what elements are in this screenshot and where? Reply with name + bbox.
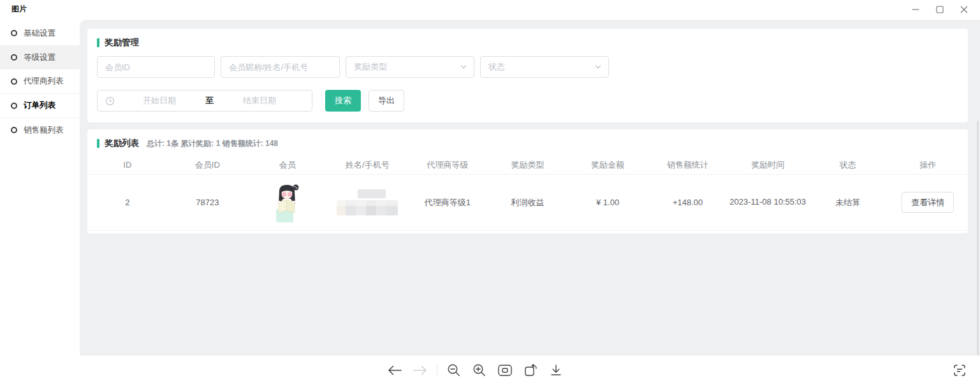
cell-member-id: 78723: [168, 198, 248, 207]
table-row: 2 78723: [87, 175, 968, 231]
cell-sales-total: +148.00: [648, 198, 728, 207]
scan-text-icon: [952, 363, 967, 378]
member-info-input[interactable]: [221, 56, 340, 78]
date-range-picker[interactable]: 开始日期 至 结束日期: [97, 90, 312, 112]
filter-row-2: 开始日期 至 结束日期 搜索 导出: [97, 90, 968, 112]
zoom-out-icon: [447, 363, 461, 377]
forward-icon: [413, 365, 428, 376]
photo-toolbar-group: [386, 356, 565, 385]
date-start-placeholder: 开始日期: [115, 95, 204, 106]
zoom-in-icon: [472, 363, 486, 377]
accent-bar: [97, 38, 99, 47]
section-header: 奖励管理: [87, 29, 968, 48]
back-icon: [387, 365, 402, 376]
close-button[interactable]: [952, 0, 976, 19]
select-placeholder: 奖励类型: [354, 61, 387, 73]
circle-icon: [11, 78, 17, 85]
view-detail-button[interactable]: 查看详情: [902, 192, 954, 213]
scan-text-button[interactable]: [951, 361, 969, 379]
rotate-button[interactable]: [522, 361, 539, 379]
select-placeholder: 状态: [488, 61, 505, 73]
section-title: 奖励列表: [105, 138, 139, 149]
sidebar-item-basic-settings[interactable]: 基础设置: [0, 21, 80, 45]
image-viewer-content: 奖励管理 奖励类型 状态 开始日期 至 结束日期: [80, 20, 980, 356]
column-header-sales-total: 销售额统计: [648, 159, 728, 171]
fit-to-window-icon: [497, 364, 513, 377]
window-controls: [903, 0, 976, 19]
sidebar: 基础设置 等级设置 代理商列表 订单列表 销售额列表: [0, 20, 80, 356]
circle-icon: [11, 103, 17, 109]
column-header-reward-time: 奖励时间: [728, 159, 808, 171]
minimize-button[interactable]: [903, 0, 928, 19]
blurred-name-block: [358, 189, 386, 198]
photo-toolbar: [0, 356, 980, 385]
close-icon: [960, 6, 968, 13]
sidebar-item-agent-list[interactable]: 代理商列表: [0, 69, 80, 94]
cell-status: 未结算: [808, 197, 888, 208]
column-header-reward-type: 奖励类型: [488, 159, 568, 171]
clock-icon: [105, 96, 115, 106]
table-header-row: ID 会员ID 会员 姓名/手机号 代理商等级 奖励类型 奖励金额 销售额统计 …: [87, 156, 968, 175]
sidebar-item-sales-list[interactable]: 销售额列表: [0, 118, 80, 142]
circle-icon: [11, 127, 17, 133]
export-button[interactable]: 导出: [369, 90, 404, 112]
reward-type-select[interactable]: 奖励类型: [346, 56, 474, 78]
cell-reward-time: 2023-11-08 10:55:03: [728, 196, 808, 208]
back-button[interactable]: [386, 361, 404, 379]
cell-id: 2: [87, 198, 168, 207]
chevron-down-icon: [460, 63, 467, 71]
date-end-placeholder: 结束日期: [215, 95, 304, 106]
fit-to-window-button[interactable]: [496, 361, 514, 379]
column-header-id: ID: [87, 160, 168, 170]
save-button[interactable]: [547, 361, 565, 379]
cell-member-avatar: [247, 182, 328, 223]
scrollbar[interactable]: [977, 121, 979, 355]
circle-icon: [11, 30, 17, 36]
column-header-member-id: 会员ID: [168, 159, 248, 171]
forward-button[interactable]: [411, 361, 429, 379]
column-header-action: 操作: [888, 159, 968, 171]
toolbar-divider: [437, 363, 437, 377]
blurred-phone-block: [337, 200, 398, 215]
cell-agent-level: 代理商等级1: [407, 197, 488, 208]
column-header-reward-amount: 奖励金额: [567, 159, 648, 171]
filter-row-1: 奖励类型 状态: [97, 56, 968, 78]
circle-icon: [11, 54, 17, 61]
sidebar-item-label: 代理商列表: [24, 76, 64, 87]
sidebar-item-label: 基础设置: [24, 28, 55, 39]
maximize-button[interactable]: [928, 0, 952, 19]
sidebar-item-label: 等级设置: [24, 52, 55, 63]
chevron-down-icon: [594, 63, 602, 71]
window-title: 图片: [11, 4, 27, 15]
cell-name-phone-masked: [328, 189, 408, 215]
maximize-icon: [936, 6, 944, 13]
sidebar-item-level-settings[interactable]: 等级设置: [0, 45, 80, 69]
save-icon: [550, 364, 562, 377]
column-header-member: 会员: [247, 159, 328, 171]
photos-app-window: 图片 基础设置 等级设置 代理商列表 订单列表: [0, 0, 980, 385]
date-separator: 至: [204, 95, 215, 106]
title-bar: 图片: [0, 0, 980, 20]
zoom-in-button[interactable]: [471, 361, 488, 379]
section-header: 奖励列表 总计: 1条 累计奖励: 1 销售额统计: 148: [87, 129, 968, 149]
reward-time-text: 2023-11-08 10:55:03: [729, 196, 806, 208]
masked-name-phone: [337, 189, 398, 215]
reward-management-card: 奖励管理 奖励类型 状态 开始日期 至 结束日期: [87, 29, 968, 122]
sidebar-item-label: 订单列表: [24, 100, 55, 111]
sidebar-item-order-list[interactable]: 订单列表: [0, 94, 80, 118]
minimize-icon: [912, 6, 919, 13]
zoom-out-button[interactable]: [445, 361, 463, 379]
accent-bar: [97, 139, 99, 148]
search-button[interactable]: 搜索: [325, 90, 361, 112]
member-id-input[interactable]: [97, 56, 215, 78]
reward-list-card: 奖励列表 总计: 1条 累计奖励: 1 销售额统计: 148 ID 会员ID 会…: [87, 129, 968, 233]
cell-action: 查看详情: [888, 192, 968, 213]
section-title: 奖励管理: [105, 37, 139, 48]
list-summary: 总计: 1条 累计奖励: 1 销售额统计: 148: [147, 138, 278, 149]
sidebar-item-label: 销售额列表: [24, 125, 64, 136]
rotate-icon: [523, 363, 538, 378]
column-header-agent-level: 代理商等级: [407, 159, 488, 171]
status-select[interactable]: 状态: [480, 56, 609, 78]
cell-reward-amount: ¥ 1.00: [567, 198, 648, 207]
column-header-status: 状态: [808, 159, 888, 171]
